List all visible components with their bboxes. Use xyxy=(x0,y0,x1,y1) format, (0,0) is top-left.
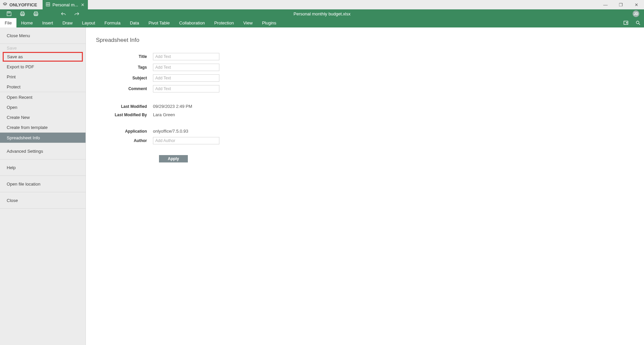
file-menu-create-new[interactable]: Create New xyxy=(0,112,86,122)
file-menu-help[interactable]: Help xyxy=(0,159,86,176)
file-menu-spreadsheet-info[interactable]: Spreadsheet Info xyxy=(0,133,86,143)
tab-layout[interactable]: Layout xyxy=(77,18,100,27)
file-menu-open-file-location[interactable]: Open file location xyxy=(0,176,86,192)
svg-marker-0 xyxy=(3,2,7,4)
document-title: Personal monthly budget.xlsx xyxy=(293,11,351,16)
tab-formula[interactable]: Formula xyxy=(100,18,125,27)
label-last-modified: Last Modified xyxy=(96,104,153,109)
app-brand: ONLYOFFICE xyxy=(9,2,37,7)
label-tags: Tags xyxy=(96,65,153,70)
print-icon[interactable] xyxy=(19,11,25,17)
label-subject: Subject xyxy=(96,76,153,80)
tab-collaboration[interactable]: Collaboration xyxy=(174,18,210,27)
file-menu-protect[interactable]: Protect xyxy=(0,82,86,92)
file-menu: Close Menu Save Save as Export to PDF Pr… xyxy=(0,27,86,345)
tab-draw[interactable]: Draw xyxy=(58,18,77,27)
tab-insert[interactable]: Insert xyxy=(38,18,58,27)
titlebar: ONLYOFFICE Personal m... ✕ — ❐ ✕ xyxy=(0,0,644,9)
stack-icon xyxy=(3,2,7,8)
spreadsheet-info-header: Spreadsheet Info xyxy=(96,37,644,44)
input-comment[interactable] xyxy=(153,85,219,92)
value-application: onlyoffice/7.5.0.93 xyxy=(153,129,188,134)
search-icon[interactable] xyxy=(632,18,644,27)
label-comment: Comment xyxy=(96,86,153,91)
spreadsheet-icon xyxy=(46,2,50,7)
file-menu-close-menu[interactable]: Close Menu xyxy=(0,27,86,44)
svg-rect-4 xyxy=(8,12,10,13)
undo-icon[interactable] xyxy=(60,11,66,17)
quick-access-toolbar: Personal monthly budget.xlsx JD xyxy=(0,9,644,18)
svg-point-12 xyxy=(636,21,639,24)
tab-file[interactable]: File xyxy=(0,18,16,27)
input-tags[interactable] xyxy=(153,64,219,71)
open-location-icon[interactable] xyxy=(620,18,632,27)
save-icon[interactable] xyxy=(6,11,12,17)
value-last-modified: 09/29/2023 2:49 PM xyxy=(153,104,192,109)
save-as-highlight: Save as xyxy=(3,52,83,62)
label-author: Author xyxy=(96,138,153,143)
file-menu-export-pdf[interactable]: Export to PDF xyxy=(0,62,86,72)
value-last-modified-by: Lara Green xyxy=(153,112,175,117)
quick-print-icon[interactable] xyxy=(33,11,39,17)
tab-view[interactable]: View xyxy=(238,18,257,27)
tab-data[interactable]: Data xyxy=(125,18,144,27)
tab-plugins[interactable]: Plugins xyxy=(257,18,281,27)
input-subject[interactable] xyxy=(153,74,219,82)
svg-line-13 xyxy=(639,23,640,25)
file-menu-save-as[interactable]: Save as xyxy=(5,54,23,59)
window-minimize-button[interactable]: — xyxy=(598,0,613,9)
tab-protection[interactable]: Protection xyxy=(210,18,239,27)
label-last-modified-by: Last Modified By xyxy=(96,113,153,117)
spreadsheet-info-panel: Spreadsheet Info Title Tags Subject Comm… xyxy=(86,27,644,345)
input-title[interactable] xyxy=(153,53,219,60)
file-menu-create-template[interactable]: Create from template xyxy=(0,122,86,132)
app-logo: ONLYOFFICE xyxy=(0,0,43,9)
file-menu-open[interactable]: Open xyxy=(0,102,86,112)
tab-close-icon[interactable]: ✕ xyxy=(81,2,85,7)
ribbon-tabs: File Home Insert Draw Layout Formula Dat… xyxy=(0,18,644,27)
file-menu-advanced-settings[interactable]: Advanced Settings xyxy=(0,143,86,159)
file-menu-print[interactable]: Print xyxy=(0,72,86,82)
file-menu-close[interactable]: Close xyxy=(0,192,86,208)
file-menu-save: Save xyxy=(0,44,86,52)
redo-icon[interactable] xyxy=(74,11,80,17)
label-application: Application xyxy=(96,129,153,134)
document-tab-label: Personal m... xyxy=(53,2,78,7)
input-author[interactable] xyxy=(153,137,219,144)
label-title: Title xyxy=(96,54,153,59)
tab-home[interactable]: Home xyxy=(16,18,38,27)
apply-button[interactable]: Apply xyxy=(159,155,188,162)
tab-pivot-table[interactable]: Pivot Table xyxy=(144,18,174,27)
window-maximize-button[interactable]: ❐ xyxy=(613,0,629,9)
document-tab[interactable]: Personal m... ✕ xyxy=(43,0,88,9)
user-avatar[interactable]: JD xyxy=(633,10,639,17)
window-close-button[interactable]: ✕ xyxy=(629,0,644,9)
file-menu-open-recent[interactable]: Open Recent xyxy=(0,92,86,102)
